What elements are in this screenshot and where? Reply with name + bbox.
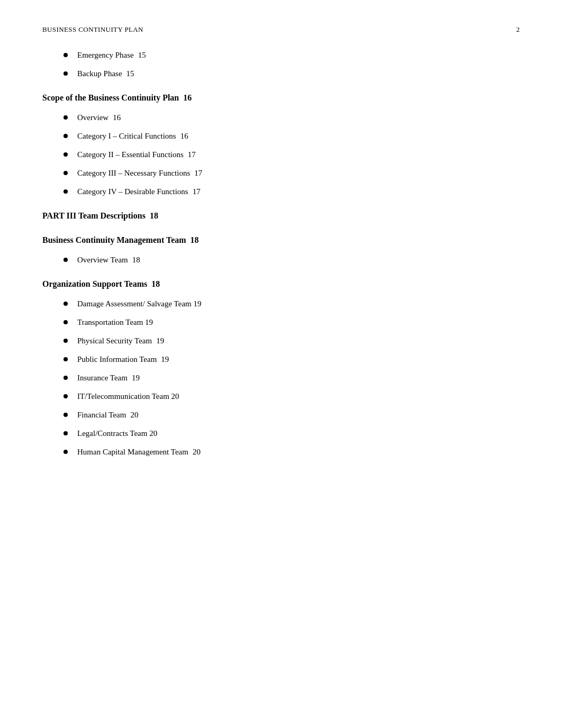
bullet-icon — [64, 189, 68, 194]
list-item: Damage Assessment/ Salvage Team 19 — [42, 299, 520, 308]
item-label: Category II – Essential Functions17 — [77, 150, 196, 159]
scope-heading: Scope of the Business Continuity Plan 16 — [42, 93, 520, 103]
bullet-icon — [64, 134, 68, 138]
item-label: Emergency Phase15 — [77, 51, 146, 60]
list-item: Overview Team18 — [42, 256, 520, 265]
bullet-icon — [64, 339, 68, 343]
bullet-icon — [64, 171, 68, 175]
list-item: Category II – Essential Functions17 — [42, 150, 520, 159]
list-item: Public Information Team19 — [42, 355, 520, 364]
list-item: Insurance Team19 — [42, 374, 520, 383]
page-header: BUSINESS CONTINUITY PLAN 2 — [42, 25, 520, 34]
org-support-section: Organization Support Teams 18 Damage Ass… — [42, 279, 520, 457]
item-label: Legal/Contracts Team 20 — [77, 429, 157, 438]
bcmt-heading: Business Continuity Management Team 18 — [42, 235, 520, 245]
bullet-icon — [64, 53, 68, 57]
item-label: Insurance Team19 — [77, 374, 140, 383]
part3-section: PART III Team Descriptions 18 — [42, 211, 520, 221]
bcmt-bullet-list: Overview Team18 — [42, 256, 520, 265]
org-support-heading: Organization Support Teams 18 — [42, 279, 520, 289]
item-label: IT/Telecommunication Team 20 — [77, 392, 179, 401]
top-bullet-list: Emergency Phase15 Backup Phase15 — [42, 51, 520, 78]
item-label: Category IV – Desirable Functions17 — [77, 187, 201, 196]
item-label: Public Information Team19 — [77, 355, 169, 364]
item-label: Overview16 — [77, 113, 121, 122]
item-label: Financial Team20 — [77, 411, 138, 420]
list-item: Legal/Contracts Team 20 — [42, 429, 520, 438]
bullet-icon — [64, 152, 68, 157]
org-support-bullet-list: Damage Assessment/ Salvage Team 19 Trans… — [42, 299, 520, 457]
bcmt-section: Business Continuity Management Team 18 O… — [42, 235, 520, 265]
bullet-icon — [64, 302, 68, 306]
list-item: Physical Security Team19 — [42, 336, 520, 345]
part3-heading: PART III Team Descriptions 18 — [42, 211, 520, 221]
list-item: Human Capital Management Team20 — [42, 448, 520, 457]
bullet-icon — [64, 376, 68, 380]
list-item: Emergency Phase15 — [42, 51, 520, 60]
scope-section: Scope of the Business Continuity Plan 16… — [42, 93, 520, 196]
scope-bullet-list: Overview16 Category I – Critical Functio… — [42, 113, 520, 196]
list-item: Financial Team20 — [42, 411, 520, 420]
bullet-icon — [64, 320, 68, 324]
list-item: IT/Telecommunication Team 20 — [42, 392, 520, 401]
bullet-icon — [64, 394, 68, 398]
bullet-icon — [64, 357, 68, 361]
bullet-icon — [64, 115, 68, 120]
item-label: Physical Security Team19 — [77, 336, 164, 345]
item-label: Transportation Team 19 — [77, 318, 153, 327]
list-item: Transportation Team 19 — [42, 318, 520, 327]
list-item: Backup Phase15 — [42, 69, 520, 78]
item-label: Overview Team18 — [77, 256, 140, 265]
bullet-icon — [64, 431, 68, 435]
bullet-icon — [64, 71, 68, 76]
bullet-icon — [64, 258, 68, 262]
item-label: Human Capital Management Team20 — [77, 448, 201, 457]
page-number: 2 — [516, 25, 520, 34]
page: BUSINESS CONTINUITY PLAN 2 Emergency Pha… — [0, 0, 562, 728]
list-item: Overview16 — [42, 113, 520, 122]
list-item: Category III – Necessary Functions17 — [42, 169, 520, 178]
item-label: Backup Phase15 — [77, 69, 134, 78]
list-item: Category I – Critical Functions16 — [42, 132, 520, 141]
document-title: BUSINESS CONTINUITY PLAN — [42, 25, 143, 34]
list-item: Category IV – Desirable Functions17 — [42, 187, 520, 196]
bullet-icon — [64, 450, 68, 454]
item-label: Category III – Necessary Functions17 — [77, 169, 202, 178]
item-label: Damage Assessment/ Salvage Team 19 — [77, 299, 201, 308]
bullet-icon — [64, 413, 68, 417]
item-label: Category I – Critical Functions16 — [77, 132, 188, 141]
